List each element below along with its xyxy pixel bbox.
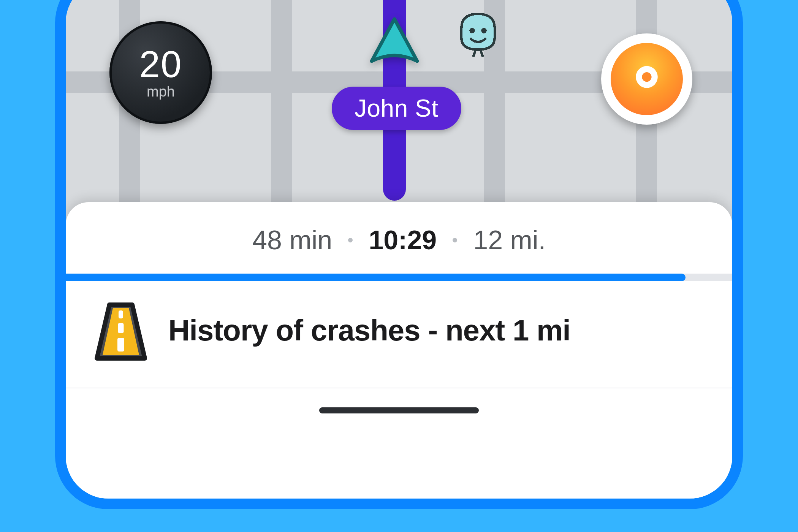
speedometer[interactable]: 20 mph — [109, 21, 212, 124]
bottom-sheet[interactable]: 48 min 10:29 12 mi. History of crashes -… — [66, 202, 732, 499]
svg-rect-4 — [119, 310, 123, 318]
trip-arrival-time: 10:29 — [369, 225, 437, 255]
recenter-button[interactable] — [601, 33, 692, 125]
recenter-icon — [611, 43, 683, 115]
trip-progress-bar — [66, 274, 732, 281]
trip-summary-row[interactable]: 48 min 10:29 12 mi. — [66, 202, 732, 274]
home-indicator[interactable] — [319, 407, 479, 413]
road-hazard-icon — [92, 300, 149, 361]
separator-dot — [453, 238, 457, 242]
separator-dot — [348, 238, 353, 242]
svg-point-3 — [642, 72, 651, 82]
trip-duration: 48 min — [252, 225, 332, 255]
street-name-label: John St — [355, 95, 439, 122]
divider — [66, 388, 732, 388]
svg-point-1 — [481, 28, 486, 33]
speedometer-ticks — [115, 27, 207, 119]
trip-progress-fill — [66, 274, 686, 281]
phone-screen: John St 20 mph 48 min — [55, 0, 743, 509]
street-name-pill[interactable]: John St — [332, 87, 461, 130]
svg-point-0 — [469, 28, 475, 33]
navigation-arrow-icon — [366, 14, 423, 71]
alert-row[interactable]: History of crashes - next 1 mi — [66, 281, 732, 388]
trip-distance: 12 mi. — [473, 225, 546, 255]
wazer-icon — [450, 7, 507, 64]
svg-rect-6 — [117, 338, 124, 352]
alert-text: History of crashes - next 1 mi — [168, 313, 570, 348]
svg-rect-5 — [118, 323, 124, 333]
